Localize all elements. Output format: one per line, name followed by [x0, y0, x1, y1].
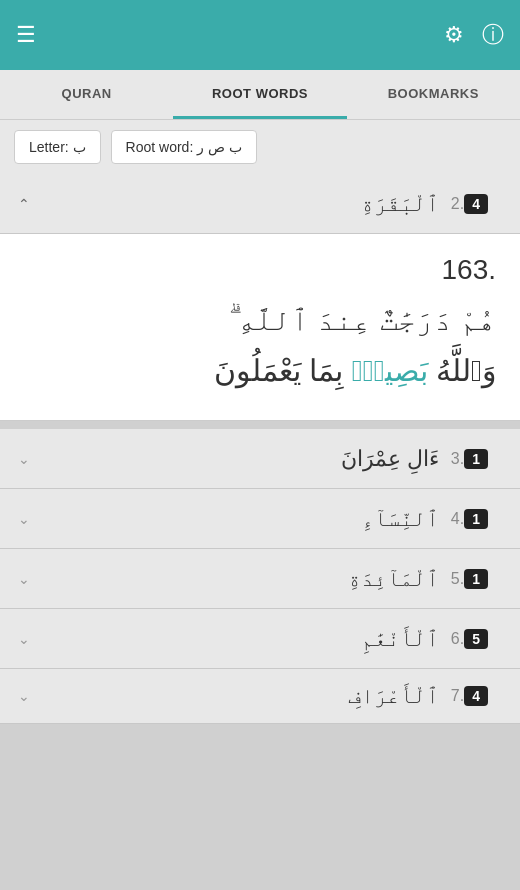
separator: [0, 421, 520, 429]
header: ☰ ⚙ ⓘ: [0, 0, 520, 70]
surah-number: 4.: [451, 510, 464, 528]
chevron-down-icon: ⌄: [18, 451, 30, 467]
tab-bar: QURAN ROOT WORDS BOOKMARKS: [0, 70, 520, 120]
verse-text-line1: هُمْ دَرَجَٰتٌ عِندَ ٱللَّهِ ۗ: [24, 294, 496, 345]
filter-bar: Letter: ب Root word: ب ص ر: [0, 120, 520, 174]
menu-icon[interactable]: ☰: [16, 22, 36, 48]
occurrence-badge: 4: [464, 686, 488, 706]
chevron-up-icon: ⌃: [18, 196, 30, 212]
surah-number: 3.: [451, 450, 464, 468]
verse-text-before: وَٱللَّهُ: [428, 354, 496, 387]
verse-area: 163. هُمْ دَرَجَٰتٌ عِندَ ٱللَّهِ ۗ وَٱل…: [0, 234, 520, 421]
occurrence-badge: 1: [464, 509, 488, 529]
surah-number: 5.: [451, 570, 464, 588]
verse-text-highlight: بَصِيرٌۢ: [352, 354, 428, 387]
tab-quran[interactable]: QURAN: [0, 70, 173, 119]
root-word-filter-button[interactable]: Root word: ب ص ر: [111, 130, 257, 164]
list-item[interactable]: ⌄ ءَالِ عِمْرَانَ 3. 1: [0, 429, 520, 489]
surah-number: 6.: [451, 630, 464, 648]
chevron-down-icon: ⌄: [18, 631, 30, 647]
tab-bookmarks[interactable]: BOOKMARKS: [347, 70, 520, 119]
info-icon[interactable]: ⓘ: [482, 20, 504, 50]
occurrence-badge: 4: [464, 194, 488, 214]
settings-icon[interactable]: ⚙: [444, 22, 464, 48]
surah-number: 2.: [451, 195, 464, 213]
surah-name: ٱلْأَعْرَافِ: [348, 683, 439, 709]
surah-name: ٱلْبَقَرَةِ: [361, 191, 439, 217]
surah-name: ءَالِ عِمْرَانَ: [341, 446, 439, 472]
occurrence-badge: 5: [464, 629, 488, 649]
header-actions: ⚙ ⓘ: [444, 20, 504, 50]
chevron-down-icon: ⌄: [18, 688, 30, 704]
chevron-down-icon: ⌄: [18, 511, 30, 527]
verse-number: 163.: [24, 254, 496, 286]
list-item[interactable]: ⌄ ٱلْأَنْعَٰمِ 6. 5: [0, 609, 520, 669]
verse-text-after: بِمَا يَعْمَلُونَ: [214, 354, 352, 387]
letter-filter-button[interactable]: Letter: ب: [14, 130, 101, 164]
surah-number: 7.: [451, 687, 464, 705]
list-item[interactable]: ⌄ ٱلنِّسَآءِ 4. 1: [0, 489, 520, 549]
surah-name: ٱلنِّسَآءِ: [361, 506, 439, 532]
verse-text-line2: وَٱللَّهُ بَصِيرٌۢ بِمَا يَعْمَلُونَ: [24, 345, 496, 396]
surah-name: ٱلْمَآئِدَةِ: [348, 566, 439, 592]
list-item[interactable]: ⌄ ٱلْمَآئِدَةِ 5. 1: [0, 549, 520, 609]
surah-name: ٱلْأَنْعَٰمِ: [361, 626, 439, 652]
occurrence-badge: 1: [464, 449, 488, 469]
tab-root-words[interactable]: ROOT WORDS: [173, 70, 346, 119]
chevron-down-icon: ⌄: [18, 571, 30, 587]
list-item[interactable]: ⌄ ٱلْأَعْرَافِ 7. 4: [0, 669, 520, 724]
list-item[interactable]: ⌃ ٱلْبَقَرَةِ 2. 4: [0, 174, 520, 234]
occurrence-badge: 1: [464, 569, 488, 589]
